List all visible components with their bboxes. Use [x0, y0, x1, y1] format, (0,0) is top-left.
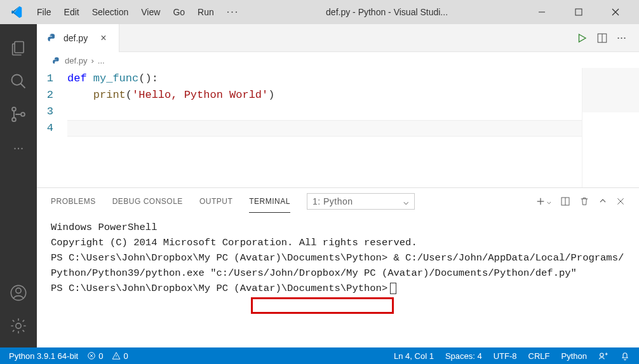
svg-point-5	[12, 75, 22, 85]
bottom-panel: PROBLEMS DEBUG CONSOLE OUTPUT TERMINAL 1…	[37, 187, 639, 347]
menu-edit[interactable]: Edit	[58, 3, 86, 21]
status-encoding[interactable]: UTF-8	[494, 351, 517, 361]
settings-gear-icon[interactable]	[0, 309, 37, 342]
menu-selection[interactable]: Selection	[86, 3, 135, 21]
breadcrumb-file: def.py	[65, 56, 87, 65]
window-title: def.py - Python - Visual Studi...	[245, 7, 528, 17]
status-python-version[interactable]: Python 3.9.1 64-bit	[9, 351, 78, 361]
terminal-selector[interactable]: 1: Python	[307, 193, 415, 210]
tab-bar: def.py × ···	[37, 24, 639, 52]
chevron-right-icon: ›	[91, 56, 93, 65]
svg-line-6	[21, 84, 25, 88]
panel-tab-terminal[interactable]: TERMINAL	[249, 191, 290, 213]
status-indentation[interactable]: Spaces: 4	[445, 351, 482, 361]
split-terminal-icon[interactable]	[560, 196, 570, 206]
status-errors[interactable]: 0	[87, 351, 103, 361]
terminal[interactable]: Windows PowerShell Copyright (C) 2014 Mi…	[37, 215, 639, 347]
more-activity-icon[interactable]: ···	[0, 131, 37, 164]
tab-label: def.py	[64, 33, 88, 43]
code-line[interactable]: def my_func():	[67, 71, 582, 87]
status-cursor-position[interactable]: Ln 4, Col 1	[394, 351, 434, 361]
menu-file[interactable]: File	[30, 3, 58, 21]
svg-point-8	[12, 118, 16, 121]
status-eol[interactable]: CRLF	[528, 351, 550, 361]
terminal-line: PS C:\Users\John\Dropbox\My PC (Avatar)\…	[51, 250, 625, 281]
menu-more-icon[interactable]: ···	[220, 6, 245, 18]
panel-tab-output[interactable]: OUTPUT	[199, 191, 232, 212]
panel-tab-debug-console[interactable]: DEBUG CONSOLE	[112, 191, 183, 212]
explorer-icon[interactable]	[0, 32, 37, 65]
maximize-button[interactable]	[565, 3, 592, 22]
status-language-mode[interactable]: Python	[562, 351, 587, 361]
svg-rect-1	[575, 9, 582, 15]
new-terminal-icon[interactable]: ⌵	[535, 196, 552, 206]
maximize-panel-icon[interactable]	[598, 197, 607, 206]
feedback-icon[interactable]	[598, 351, 609, 361]
tab-close-icon[interactable]: ×	[94, 32, 112, 44]
terminal-cursor-icon	[390, 283, 396, 294]
code-line-current[interactable]	[67, 120, 582, 137]
notifications-bell-icon[interactable]	[620, 351, 630, 361]
terminal-line: PS C:\Users\John\Dropbox\My PC (Avatar)\…	[51, 281, 625, 296]
svg-point-28	[600, 353, 603, 356]
terminal-line: Copyright (C) 2014 Microsoft Corporation…	[51, 235, 625, 250]
title-bar: File Edit Selection View Go Run ··· def.…	[0, 0, 639, 24]
editor-more-icon[interactable]: ···	[617, 31, 626, 44]
annotation-highlight-box	[251, 297, 394, 314]
close-button[interactable]	[602, 3, 629, 22]
code-line[interactable]	[67, 104, 582, 120]
code-line[interactable]: print('Hello, Python World')	[67, 87, 582, 104]
minimize-button[interactable]	[528, 3, 555, 22]
kill-terminal-icon[interactable]	[579, 196, 589, 206]
source-control-icon[interactable]	[0, 98, 37, 131]
menu-go[interactable]: Go	[166, 3, 191, 21]
terminal-line: Windows PowerShell	[51, 220, 625, 235]
tab-defpy[interactable]: def.py ×	[37, 24, 119, 52]
activity-bar: ···	[0, 24, 37, 347]
split-editor-icon[interactable]	[596, 32, 608, 44]
close-panel-icon[interactable]	[616, 197, 625, 206]
account-icon[interactable]	[0, 276, 37, 309]
panel-tab-problems[interactable]: PROBLEMS	[51, 191, 96, 212]
svg-point-11	[16, 288, 21, 293]
svg-point-7	[12, 107, 16, 111]
python-file-icon	[47, 33, 57, 43]
status-bar: Python 3.9.1 64-bit 0 0 Ln 4, Col 1 Spac…	[0, 347, 639, 364]
svg-point-9	[21, 112, 25, 116]
svg-point-12	[16, 323, 21, 328]
run-play-icon[interactable]	[576, 32, 588, 44]
vscode-logo-icon	[9, 4, 24, 20]
menu-view[interactable]: View	[135, 3, 166, 21]
python-file-icon	[52, 57, 61, 65]
minimap[interactable]	[582, 68, 639, 187]
code-editor[interactable]: 1 2 3 4 def my_func(): print('Hello, Pyt…	[37, 68, 582, 187]
search-icon[interactable]	[0, 65, 37, 98]
breadcrumb-more: ...	[98, 56, 105, 65]
line-number-gutter: 1 2 3 4	[37, 71, 67, 185]
status-warnings[interactable]: 0	[112, 351, 128, 361]
breadcrumb[interactable]: def.py › ...	[37, 52, 639, 68]
svg-point-13	[50, 34, 51, 35]
svg-rect-4	[15, 42, 24, 53]
svg-marker-14	[579, 34, 586, 42]
menu-run[interactable]: Run	[191, 3, 220, 21]
